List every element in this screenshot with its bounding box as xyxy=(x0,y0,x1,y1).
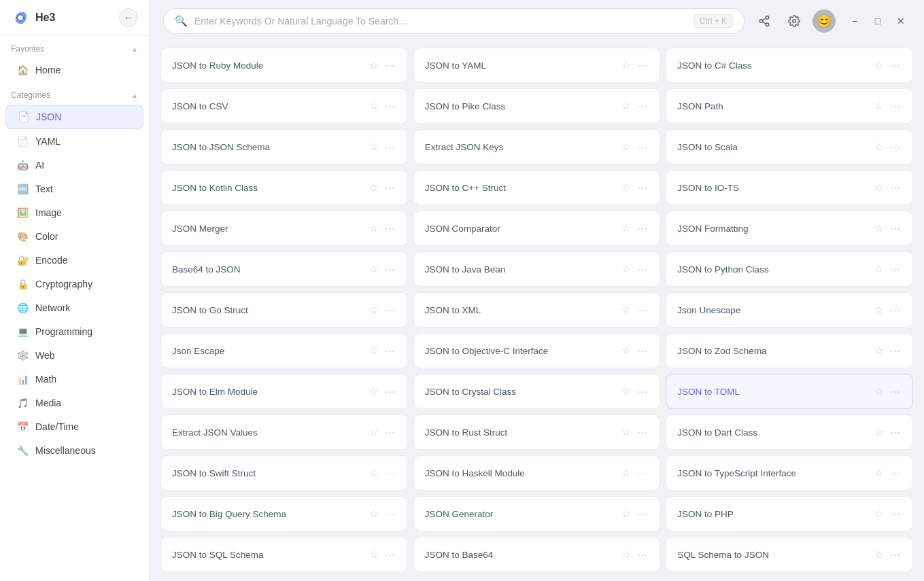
sidebar-item-media[interactable]: 🎵 Media xyxy=(5,391,143,415)
star-button[interactable]: ☆ xyxy=(620,343,632,358)
more-button[interactable]: ⋯ xyxy=(889,302,902,317)
sidebar-item-json[interactable]: 📄 JSON xyxy=(5,105,143,129)
more-button[interactable]: ⋯ xyxy=(636,180,649,195)
tool-card[interactable]: JSON to Go Struct ☆ ⋯ xyxy=(160,292,408,328)
star-button[interactable]: ☆ xyxy=(873,547,885,562)
more-button[interactable]: ⋯ xyxy=(636,99,649,113)
tool-card[interactable]: JSON to Dart Class ☆ ⋯ xyxy=(666,415,913,450)
star-button[interactable]: ☆ xyxy=(620,221,632,236)
star-button[interactable]: ☆ xyxy=(368,425,379,440)
star-button[interactable]: ☆ xyxy=(368,384,379,399)
tool-card[interactable]: JSON to Rust Struct ☆ ⋯ xyxy=(413,415,661,450)
more-button[interactable]: ⋯ xyxy=(636,343,649,358)
star-button[interactable]: ☆ xyxy=(620,384,632,399)
tool-card[interactable]: JSON to Elm Module ☆ ⋯ xyxy=(160,374,408,409)
search-input[interactable] xyxy=(194,16,687,27)
star-button[interactable]: ☆ xyxy=(368,302,379,317)
tool-card[interactable]: JSON to Scala ☆ ⋯ xyxy=(666,129,913,164)
tool-card[interactable]: JSON to YAML ☆ ⋯ xyxy=(413,48,661,83)
sidebar-item-miscellaneous[interactable]: 🔧 Miscellaneous xyxy=(5,439,143,462)
star-button[interactable]: ☆ xyxy=(873,384,885,399)
star-button[interactable]: ☆ xyxy=(620,425,632,440)
more-button[interactable]: ⋯ xyxy=(889,384,902,399)
star-button[interactable]: ☆ xyxy=(873,506,885,521)
star-button[interactable]: ☆ xyxy=(620,58,632,73)
maximize-button[interactable]: □ xyxy=(868,12,887,31)
more-button[interactable]: ⋯ xyxy=(889,262,902,277)
more-button[interactable]: ⋯ xyxy=(889,506,902,521)
tool-card[interactable]: Extract JSON Values ☆ ⋯ xyxy=(160,415,408,450)
more-button[interactable]: ⋯ xyxy=(889,139,902,154)
sidebar-item-yaml[interactable]: 📄 YAML xyxy=(5,130,143,153)
sidebar-item-math[interactable]: 📊 Math xyxy=(5,368,143,391)
tool-card[interactable]: JSON to IO-TS ☆ ⋯ xyxy=(666,170,913,205)
more-button[interactable]: ⋯ xyxy=(383,465,396,480)
tool-card[interactable]: JSON to Java Bean ☆ ⋯ xyxy=(413,251,661,287)
star-button[interactable]: ☆ xyxy=(620,506,632,521)
star-button[interactable]: ☆ xyxy=(873,99,885,113)
more-button[interactable]: ⋯ xyxy=(383,384,396,399)
star-button[interactable]: ☆ xyxy=(368,58,379,73)
more-button[interactable]: ⋯ xyxy=(383,262,396,277)
star-button[interactable]: ☆ xyxy=(620,465,632,480)
star-button[interactable]: ☆ xyxy=(873,343,885,358)
star-button[interactable]: ☆ xyxy=(873,425,885,440)
close-button[interactable]: ✕ xyxy=(891,12,910,31)
more-button[interactable]: ⋯ xyxy=(636,547,649,562)
more-button[interactable]: ⋯ xyxy=(383,221,396,236)
tool-card[interactable]: JSON to TypeScript Interface ☆ ⋯ xyxy=(666,455,913,491)
more-button[interactable]: ⋯ xyxy=(383,180,396,195)
more-button[interactable]: ⋯ xyxy=(889,465,902,480)
star-button[interactable]: ☆ xyxy=(873,139,885,154)
star-button[interactable]: ☆ xyxy=(873,58,885,73)
star-button[interactable]: ☆ xyxy=(873,302,885,317)
tool-card[interactable]: JSON to C++ Struct ☆ ⋯ xyxy=(413,170,661,205)
more-button[interactable]: ⋯ xyxy=(636,221,649,236)
tool-card[interactable]: JSON to Base64 ☆ ⋯ xyxy=(413,537,661,572)
tool-card[interactable]: JSON to Swift Struct ☆ ⋯ xyxy=(160,455,408,491)
more-button[interactable]: ⋯ xyxy=(636,384,649,399)
tool-card[interactable]: SQL Schema to JSON ☆ ⋯ xyxy=(666,537,913,572)
more-button[interactable]: ⋯ xyxy=(383,99,396,113)
tool-card[interactable]: JSON to Big Query Schema ☆ ⋯ xyxy=(160,496,408,531)
more-button[interactable]: ⋯ xyxy=(889,99,902,113)
more-button[interactable]: ⋯ xyxy=(889,58,902,73)
tool-card[interactable]: JSON Comparator ☆ ⋯ xyxy=(413,211,661,246)
share-button[interactable] xyxy=(753,10,776,33)
minimize-button[interactable]: − xyxy=(845,12,864,31)
sidebar-item-encode[interactable]: 🔐 Encode xyxy=(5,249,143,272)
tool-card[interactable]: JSON to TOML ☆ ⋯ xyxy=(666,374,913,409)
tool-card[interactable]: JSON to Haskell Module ☆ ⋯ xyxy=(413,455,661,491)
more-button[interactable]: ⋯ xyxy=(383,58,396,73)
tool-card[interactable]: Json Unescape ☆ ⋯ xyxy=(666,292,913,328)
tool-card[interactable]: JSON to Kotlin Class ☆ ⋯ xyxy=(160,170,408,205)
more-button[interactable]: ⋯ xyxy=(636,58,649,73)
star-button[interactable]: ☆ xyxy=(873,465,885,480)
sidebar-item-cryptography[interactable]: 🔒 Cryptography xyxy=(5,272,143,296)
more-button[interactable]: ⋯ xyxy=(636,506,649,521)
sidebar-item-web[interactable]: 🕸️ Web xyxy=(5,344,143,367)
more-button[interactable]: ⋯ xyxy=(889,180,902,195)
tool-card[interactable]: Extract JSON Keys ☆ ⋯ xyxy=(413,129,661,164)
star-button[interactable]: ☆ xyxy=(368,139,379,154)
sidebar-item-image[interactable]: 🖼️ Image xyxy=(5,201,143,224)
tool-card[interactable]: JSON to JSON Schema ☆ ⋯ xyxy=(160,129,408,164)
tool-card[interactable]: JSON to Ruby Module ☆ ⋯ xyxy=(160,48,408,83)
star-button[interactable]: ☆ xyxy=(368,262,379,277)
sidebar-item-color[interactable]: 🎨 Color xyxy=(5,225,143,248)
star-button[interactable]: ☆ xyxy=(620,99,632,113)
star-button[interactable]: ☆ xyxy=(368,506,379,521)
more-button[interactable]: ⋯ xyxy=(889,547,902,562)
star-button[interactable]: ☆ xyxy=(368,180,379,195)
star-button[interactable]: ☆ xyxy=(368,547,379,562)
settings-button[interactable] xyxy=(783,10,806,33)
star-button[interactable]: ☆ xyxy=(873,221,885,236)
tool-card[interactable]: JSON to Zod Schema ☆ ⋯ xyxy=(666,333,913,368)
avatar[interactable]: 😊 xyxy=(812,10,836,33)
sidebar-item-ai[interactable]: 🤖 AI xyxy=(5,154,143,177)
sidebar-item-programming[interactable]: 💻 Programming xyxy=(5,320,143,343)
more-button[interactable]: ⋯ xyxy=(636,465,649,480)
more-button[interactable]: ⋯ xyxy=(383,139,396,154)
more-button[interactable]: ⋯ xyxy=(636,302,649,317)
tool-card[interactable]: JSON Path ☆ ⋯ xyxy=(666,88,913,124)
